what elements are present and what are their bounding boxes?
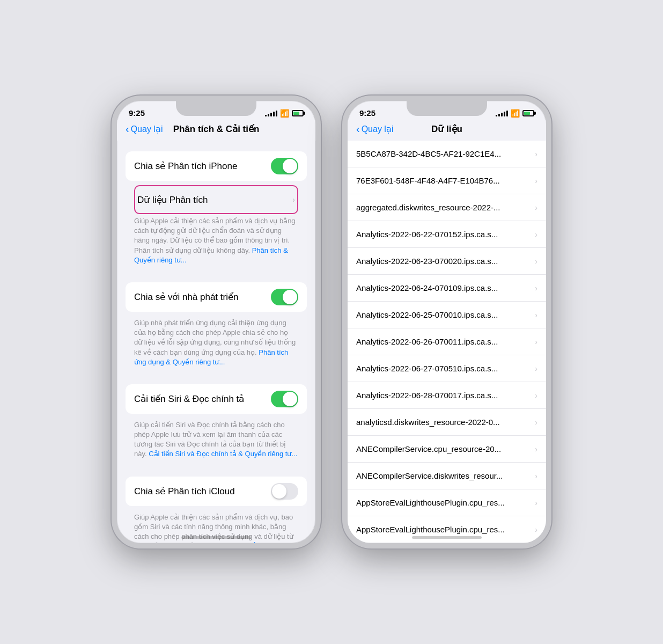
- list-item[interactable]: Analytics-2022-06-23-070020.ips.ca.s... …: [348, 248, 546, 275]
- item-label-icloud: Chia sẻ Phân tích iCloud: [134, 486, 271, 497]
- list-item[interactable]: AppStoreEvalLighthousePlugin.cpu_res... …: [348, 516, 546, 543]
- time-1: 9:25: [129, 108, 145, 118]
- settings-section-3: Cải tiến Siri & Đọc chính tả Giúp cải ti…: [126, 384, 307, 466]
- list-item[interactable]: Analytics-2022-06-24-070109.ips.ca.s... …: [348, 275, 546, 302]
- list-item-text: Analytics-2022-06-25-070010.ips.ca.s...: [356, 310, 535, 319]
- link-2[interactable]: Phân tích ứng dụng & Quyền riêng tư...: [134, 348, 288, 366]
- desc-1: Giúp Apple cải thiện các sản phẩm và dịc…: [126, 214, 307, 272]
- home-indicator-2: [412, 536, 482, 539]
- phone-notch-2: [407, 101, 487, 116]
- list-item-text: Analytics-2022-06-22-070152.ips.ca.s...: [356, 230, 535, 239]
- back-label-1: Quay lại: [131, 124, 163, 134]
- settings-group-2: Chia sẻ với nhà phát triển: [126, 282, 307, 312]
- settings-item-share-analytics[interactable]: Chia sẻ Phân tích iPhone: [126, 151, 307, 181]
- wifi-icon: 📶: [280, 109, 289, 118]
- list-item[interactable]: AppStoreEvalLighthousePlugin.cpu_res... …: [348, 489, 546, 516]
- list-item[interactable]: Analytics-2022-06-25-070010.ips.ca.s... …: [348, 302, 546, 328]
- list-item-text: analyticsd.diskwrites_resource-2022-0...: [356, 418, 535, 427]
- list-item-text: ANECompilerService.cpu_resource-20...: [356, 444, 535, 453]
- du-lieu-chevron: ›: [292, 195, 295, 204]
- list-item[interactable]: 76E3F601-548F-4F48-A4F7-E104B76... ›: [348, 167, 546, 194]
- list-item-chevron: ›: [535, 257, 537, 266]
- status-icons-2: 📶: [496, 109, 534, 118]
- settings-group-4: Chia sẻ Phân tích iCloud: [126, 477, 307, 506]
- list-item[interactable]: aggregated.diskwrites_resource-2022-... …: [348, 194, 546, 221]
- home-indicator-1: [181, 536, 251, 539]
- phone-1: 9:25 📶 ‹ Quay lại Phân: [112, 96, 321, 548]
- list-item-chevron: ›: [535, 472, 537, 480]
- list-item[interactable]: analyticsd.diskwrites_resource-2022-0...…: [348, 409, 546, 436]
- settings-group-3: Cải tiến Siri & Đọc chính tả: [126, 384, 307, 414]
- screen-content-1: Chia sẻ Phân tích iPhone Dữ liệu Phân tí…: [117, 141, 315, 545]
- settings-group-1: Chia sẻ Phân tích iPhone: [126, 151, 307, 181]
- nav-header-1: ‹ Quay lại Phân tích & Cải tiến: [117, 120, 315, 141]
- list-item[interactable]: Analytics-2022-06-22-070152.ips.ca.s... …: [348, 221, 546, 248]
- list-item-chevron: ›: [535, 203, 537, 212]
- list-container: 5B5CA87B-342D-4BC5-AF21-92C1E4... › 76E3…: [348, 141, 546, 545]
- list-item[interactable]: Analytics-2022-06-27-070510.ips.ca.s... …: [348, 355, 546, 382]
- list-item-chevron: ›: [535, 230, 537, 239]
- back-chevron-2: ‹: [356, 123, 360, 135]
- back-button-2[interactable]: ‹ Quay lại: [356, 123, 399, 135]
- list-item[interactable]: Analytics-2022-06-28-070017.ips.ca.s... …: [348, 382, 546, 409]
- settings-item-du-lieu[interactable]: Dữ liệu Phân tích ›: [134, 185, 298, 214]
- phone-wrapper: 9:25 📶 ‹ Quay lại Phân: [112, 96, 551, 548]
- desc-3: Giúp cải tiến Siri và Đọc chính tả bằng …: [126, 418, 307, 466]
- list-item-text: AppStoreEvalLighthousePlugin.cpu_res...: [356, 498, 535, 507]
- list-item-text: 5B5CA87B-342D-4BC5-AF21-92C1E4...: [356, 149, 535, 158]
- list-item-chevron: ›: [535, 311, 537, 319]
- list-item[interactable]: ANECompilerService.cpu_resource-20... ›: [348, 436, 546, 463]
- wifi-icon-2: 📶: [511, 109, 520, 118]
- list-item-chevron: ›: [535, 525, 537, 534]
- list-item-chevron: ›: [535, 418, 537, 427]
- toggle-share-dev[interactable]: [271, 289, 298, 305]
- toggle-siri[interactable]: [271, 391, 298, 407]
- list-item[interactable]: ANECompilerService.diskwrites_resour... …: [348, 463, 546, 489]
- screen-content-2: 5B5CA87B-342D-4BC5-AF21-92C1E4... › 76E3…: [348, 141, 546, 545]
- link-1[interactable]: Phân tích & Quyền riêng tư...: [134, 246, 288, 264]
- item-label-siri: Cải tiến Siri & Đọc chính tả: [134, 393, 271, 405]
- back-button-1[interactable]: ‹ Quay lại: [126, 123, 168, 135]
- list-item[interactable]: Analytics-2022-06-26-070011.ips.ca.s... …: [348, 328, 546, 355]
- battery-icon-2: [522, 110, 534, 116]
- phone-2: 9:25 📶 ‹ Quay lại Dữ li: [342, 96, 551, 548]
- desc-2: Giúp nhà phát triển ứng dụng cải thiện ứ…: [126, 316, 307, 374]
- toggle-share-analytics[interactable]: [271, 158, 298, 174]
- signal-icon-2: [496, 110, 508, 116]
- item-label-share-analytics: Chia sẻ Phân tích iPhone: [134, 160, 271, 172]
- link-4[interactable]: Giới thiệu về Phân tích iCloud & Quyền r…: [134, 542, 288, 545]
- list-item[interactable]: AppStoreEvalLighthousePlugin.cpu_res... …: [348, 543, 546, 545]
- list-item-text: Analytics-2022-06-26-070011.ips.ca.s...: [356, 337, 535, 346]
- list-item-text: aggregated.diskwrites_resource-2022-...: [356, 203, 535, 212]
- nav-header-2: ‹ Quay lại Dữ liệu: [348, 120, 546, 141]
- back-label-2: Quay lại: [362, 124, 394, 134]
- list-item-text: Analytics-2022-06-24-070109.ips.ca.s...: [356, 283, 535, 292]
- list-item-chevron: ›: [535, 364, 537, 373]
- link-3[interactable]: Cải tiến Siri và Đọc chính tả & Quyền ri…: [149, 450, 297, 458]
- du-lieu-label: Dữ liệu Phân tích: [137, 194, 292, 206]
- item-label-share-dev: Chia sẻ với nhà phát triển: [134, 291, 271, 303]
- time-2: 9:25: [359, 108, 375, 118]
- battery-icon: [292, 110, 304, 116]
- page-title-1: Phân tích & Cải tiến: [168, 123, 264, 135]
- phone-notch: [176, 101, 256, 116]
- list-item-text: Analytics-2022-06-27-070510.ips.ca.s...: [356, 364, 535, 373]
- list-item-chevron: ›: [535, 445, 537, 453]
- settings-section-1: Chia sẻ Phân tích iPhone Dữ liệu Phân tí…: [126, 151, 307, 272]
- settings-item-share-dev[interactable]: Chia sẻ với nhà phát triển: [126, 282, 307, 312]
- settings-section-2: Chia sẻ với nhà phát triển Giúp nhà phát…: [126, 282, 307, 374]
- list-item-chevron: ›: [535, 284, 537, 292]
- list-item-text: Analytics-2022-06-23-070020.ips.ca.s...: [356, 257, 535, 266]
- list-item-text: 76E3F601-548F-4F48-A4F7-E104B76...: [356, 176, 535, 185]
- list-item[interactable]: 5B5CA87B-342D-4BC5-AF21-92C1E4... ›: [348, 141, 546, 167]
- du-lieu-inner[interactable]: Dữ liệu Phân tích ›: [135, 186, 297, 213]
- list-item-chevron: ›: [535, 150, 537, 158]
- settings-item-icloud[interactable]: Chia sẻ Phân tích iCloud: [126, 477, 307, 506]
- list-item-chevron: ›: [535, 391, 537, 400]
- back-chevron-1: ‹: [126, 123, 129, 135]
- list-item-chevron: ›: [535, 338, 537, 346]
- settings-item-siri[interactable]: Cải tiến Siri & Đọc chính tả: [126, 384, 307, 414]
- page-title-2: Dữ liệu: [399, 123, 495, 135]
- toggle-icloud[interactable]: [271, 483, 298, 500]
- list-item-chevron: ›: [535, 177, 537, 185]
